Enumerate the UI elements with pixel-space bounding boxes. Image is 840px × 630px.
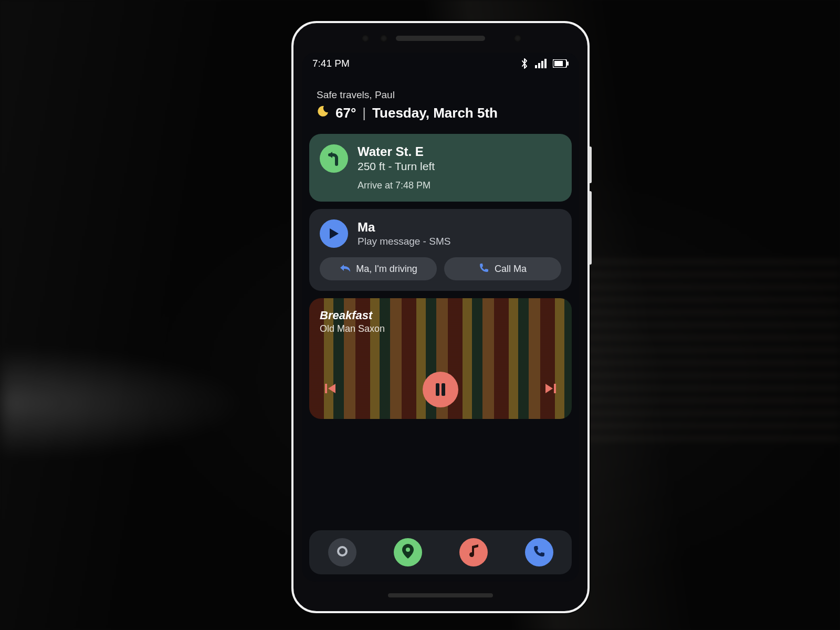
svg-point-12 — [406, 548, 410, 552]
separator-text: | — [362, 105, 366, 121]
next-track-button[interactable] — [543, 381, 558, 398]
front-camera-icon — [362, 35, 369, 42]
svg-rect-9 — [442, 383, 445, 396]
status-icons — [520, 58, 569, 69]
clock-text: 7:41 PM — [312, 58, 350, 69]
home-button[interactable] — [328, 538, 356, 566]
navigation-card[interactable]: Water St. E 250 ft - Turn left Arrive at… — [309, 134, 572, 202]
music-artist: Old Man Saxon — [320, 323, 561, 334]
map-button[interactable] — [394, 538, 422, 566]
circle-icon — [336, 545, 349, 560]
map-marker-icon — [402, 544, 414, 561]
header: Safe travels, Paul 67° | Tuesday, March … — [302, 71, 579, 131]
screen: 7:41 PM Safe travels, Paul 67° — [302, 52, 579, 582]
reply-driving-button[interactable]: Ma, I'm driving — [320, 257, 437, 280]
status-bar: 7:41 PM — [302, 52, 579, 71]
front-camera2-icon — [514, 35, 521, 42]
svg-rect-5 — [554, 61, 563, 66]
message-sender: Ma — [358, 220, 450, 235]
bottom-bar — [309, 530, 572, 574]
front-sensor-icon — [380, 35, 387, 42]
cellular-icon — [535, 59, 547, 68]
earpiece-grill — [396, 36, 485, 41]
svg-rect-3 — [544, 59, 547, 68]
previous-track-button[interactable] — [323, 381, 338, 398]
turn-left-icon — [320, 144, 348, 173]
svg-rect-8 — [436, 383, 439, 396]
svg-rect-2 — [541, 61, 543, 68]
nav-instruction: 250 ft - Turn left — [358, 160, 435, 173]
music-note-icon — [468, 544, 479, 560]
svg-rect-1 — [538, 63, 540, 68]
music-card[interactable]: Breakfast Old Man Saxon — [309, 298, 572, 419]
power-button — [589, 146, 592, 183]
moon-icon — [317, 105, 329, 121]
message-subtitle: Play message - SMS — [358, 236, 450, 247]
pause-button[interactable] — [423, 372, 458, 407]
svg-rect-0 — [535, 65, 537, 68]
greeting-text: Safe travels, Paul — [317, 89, 564, 101]
nav-arrival: Arrive at 7:48 PM — [358, 180, 561, 191]
call-ma-button[interactable]: Call Ma — [444, 257, 561, 280]
weather-row: 67° | Tuesday, March 5th — [317, 105, 564, 121]
nav-street: Water St. E — [358, 144, 435, 159]
reply-label: Ma, I'm driving — [356, 264, 417, 275]
chin-speaker — [388, 593, 493, 597]
svg-rect-7 — [325, 384, 327, 393]
date-text: Tuesday, March 5th — [372, 105, 498, 121]
message-card[interactable]: Ma Play message - SMS Ma, I'm driving — [309, 209, 572, 291]
call-label: Call Ma — [495, 264, 527, 275]
play-icon[interactable] — [320, 219, 348, 248]
phone-icon — [479, 262, 489, 276]
svg-rect-10 — [554, 384, 556, 393]
music-title: Breakfast — [320, 309, 561, 322]
svg-point-11 — [338, 547, 346, 555]
music-button[interactable] — [459, 538, 488, 566]
reply-icon — [339, 263, 351, 275]
battery-icon — [553, 59, 569, 68]
svg-rect-6 — [567, 61, 569, 66]
temperature-text: 67° — [335, 105, 356, 121]
bluetooth-icon — [520, 58, 529, 69]
phone-frame: 7:41 PM Safe travels, Paul 67° — [291, 21, 590, 613]
phone-icon — [533, 545, 545, 560]
volume-button — [589, 191, 592, 265]
phone-button[interactable] — [525, 538, 553, 566]
